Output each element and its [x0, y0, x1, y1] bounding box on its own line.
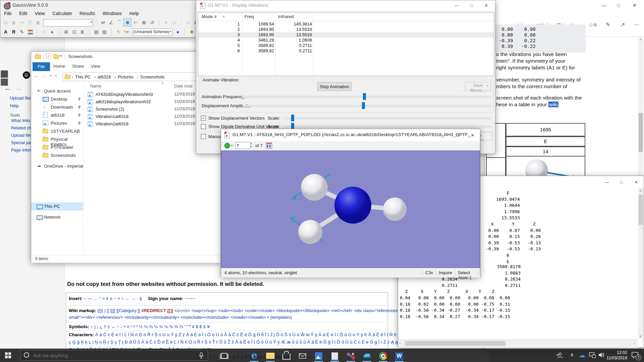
sign-signature-link[interactable]: ~~~~ [184, 296, 195, 301]
tab-share[interactable]: Share [72, 64, 84, 69]
molecule-titlebar[interactable]: G1:M7:V1 - AT6318_NH3_OPTF_POP.LOG (//ic… [221, 129, 480, 141]
select-atom-status[interactable]: Select Atom 1 [455, 270, 480, 280]
add-valence-icon[interactable]: ⊢ [132, 19, 140, 26]
sidebar-item-downloads[interactable]: ↓Downloads [43, 103, 83, 111]
share-icon[interactable]: ↗ [621, 21, 625, 28]
symbols-links[interactable]: ~ | ¡ ¿ † ‡ ↔ ↑ ↓ • # ¹ ² ³ ½ ⅓ ⅔ ¼ ¾ ⅛ … [91, 324, 210, 329]
displacement-amplitude-slider[interactable] [243, 105, 491, 107]
edge-taskbar-icon[interactable]: e [248, 350, 261, 361]
help-link[interactable]: Help [10, 103, 19, 108]
rgroup-fragment-icon[interactable]: ⊶ [18, 19, 25, 26]
stop-animation-button[interactable]: Stop Animation [317, 82, 352, 91]
layers-icon[interactable] [27, 29, 34, 35]
mode-row-2[interactable]: 21693.9513.5533 [198, 27, 494, 32]
frame-table-icon[interactable] [266, 142, 272, 148]
chrome-taskbar-icon[interactable] [376, 350, 390, 361]
mode-row-4[interactable]: 43461.291.0608 [198, 38, 494, 43]
quick-calculate-icon[interactable]: ϟ▾ [123, 28, 130, 36]
text-label-icon[interactable]: A [2, 28, 9, 36]
more-menu-icon[interactable]: ⋯ [634, 21, 639, 28]
gaussview-taskbar-icon[interactable] [344, 350, 358, 361]
atom-tool-icon[interactable]: ⊕ [123, 18, 131, 26]
store-taskbar-icon[interactable] [280, 350, 293, 361]
nav-forward-icon[interactable]: → [42, 73, 47, 79]
background-window-icon[interactable] [1, 70, 8, 78]
sidebar-item-ptfewater[interactable]: PTFEwater [43, 143, 83, 152]
sidebar-item-onedrive[interactable]: ☁OneDrive - Imperial C [37, 162, 88, 170]
breadcrumb-screenshots[interactable]: Screenshots [139, 74, 166, 79]
characters-links-2[interactable]: ç Ģ ģ Ķ ķ Ļ ļ Ņ ņ Ŗ ŗ Ş ş Ţ ţ Đ đ Ů ů Ă … [69, 340, 419, 345]
frame-number-input[interactable] [235, 142, 251, 149]
scheme-combobox[interactable]: (Unnamed Scheme) ▾ [132, 28, 172, 36]
sidebar-item-screenshots[interactable]: Screenshots [43, 152, 83, 160]
mail-taskbar-icon[interactable] [296, 350, 309, 361]
scroll-left-icon[interactable]: ‹ [399, 341, 400, 345]
logwin-close-button[interactable]: ✕ [629, 177, 644, 187]
tray-chevron-icon[interactable]: ∧ [570, 352, 574, 358]
resize-grip-icon[interactable]: ⋰ [639, 341, 643, 345]
vectors-scale-slider[interactable] [284, 117, 491, 119]
frame-spin-down-icon[interactable]: ▾ [251, 145, 252, 148]
nav-up-icon[interactable]: ↑ [55, 73, 57, 78]
markup-links-c[interactable]: small"></div> <references/> <includeonly… [69, 315, 292, 320]
sidebar-item-physical-kinetics[interactable]: Physical Kinetics [43, 135, 83, 143]
column-header-name[interactable]: Name [90, 84, 101, 88]
molecule-minimize-button[interactable]: — [436, 130, 450, 140]
browser-close-button[interactable]: ✕ [633, 3, 637, 8]
inquire-status[interactable]: Inquire [436, 270, 452, 275]
markup-links-a[interactable]: {{}} | [] [[]] [[Category:]] [97, 308, 141, 313]
scroll-right-icon[interactable]: › [634, 341, 635, 345]
file-explorer-taskbar-icon[interactable] [264, 350, 277, 361]
mode-row-6[interactable]: 63589.820.2711 [198, 48, 494, 54]
photos-taskbar-icon[interactable] [312, 350, 325, 361]
column-header-freq[interactable]: Freq [245, 14, 254, 19]
logwin-minimize-button[interactable]: — [599, 177, 614, 187]
back-arrow-icon[interactable]: ← [4, 84, 11, 93]
nav-recent-icon[interactable]: ▾ [50, 74, 52, 77]
add-view-icon[interactable]: ⊞ [62, 28, 70, 36]
upload-files-link[interactable]: Upload files [10, 96, 33, 101]
symmetry-icon[interactable]: ◇ [40, 28, 48, 36]
sidebar-item-pictures[interactable]: Pictures [43, 119, 83, 127]
sidebar-link-upload-file[interactable]: Upload file [11, 133, 31, 138]
quickaccess-properties-icon[interactable]: ✓ [46, 53, 51, 59]
menu-results[interactable]: Results [76, 11, 98, 16]
vscroll-thumb[interactable] [639, 195, 643, 225]
column-sort-chevron-icon[interactable]: ∧ [161, 81, 164, 85]
address-box[interactable]: ›This PC ›at6318 ›Pictures ›Screenshots [63, 72, 218, 81]
column-header-infrared[interactable]: Infrared [278, 14, 294, 19]
select-atoms-icon[interactable]: ∴ [184, 19, 192, 26]
hscroll-thumb[interactable] [405, 341, 505, 346]
spotify-icon[interactable] [23, 71, 30, 79]
sidebar-item-network[interactable]: Network [37, 213, 88, 221]
word-taskbar-icon[interactable]: W [392, 350, 406, 361]
column-header-mode[interactable]: Mode # [202, 14, 217, 19]
animation-frequency-thumb[interactable] [363, 93, 366, 100]
vectors-scale-thumb[interactable] [291, 115, 294, 121]
molecule-maximize-button[interactable]: □ [450, 130, 465, 140]
markup-links-b[interactable]: <s></s> <sup></sup> <sub></sub> <code></… [173, 308, 399, 313]
bond-tool-icon[interactable]: ⇌ [99, 19, 107, 26]
tab-view[interactable]: View [91, 64, 100, 69]
frame-dropdown-icon[interactable]: ▾ [231, 144, 233, 147]
ring-fragment-icon[interactable]: ◉ [10, 19, 17, 26]
breadcrumb-at6318[interactable]: at6318 [96, 74, 112, 79]
dihedral-tool-icon[interactable]: ⌒ [115, 19, 123, 26]
explorer-titlebar[interactable]: | ✓ ▾ | Screenshots [31, 52, 221, 62]
molecule-viewport[interactable] [221, 150, 480, 268]
menu-view[interactable]: View [32, 11, 48, 16]
molecule-close-button[interactable]: ✕ [465, 130, 480, 140]
sidebar-item-this-pc[interactable]: This PC [31, 202, 83, 210]
chain-icon[interactable]: ☰ [26, 19, 34, 26]
select-cursor-icon[interactable]: ✳ [162, 19, 170, 26]
dialog-titlebar[interactable]: G1:M7:V1 - Display Vibrations — □ ✕ [196, 0, 495, 11]
taskbar-clock[interactable]: 12:02 11/03/2019 [606, 350, 627, 361]
center-view-icon[interactable]: ⊡ [70, 28, 78, 36]
calculate-setup-icon[interactable]: ϟ [115, 28, 122, 36]
sidebar-item-desktop[interactable]: Desktop [43, 95, 83, 103]
breadcrumb-this-pc[interactable]: This PC [74, 74, 92, 79]
redirect-markup[interactable]: #REDIRECT [[]] [141, 308, 173, 313]
mode-row-5[interactable]: 53589.820.2711 [198, 43, 494, 48]
sidebar-item-at6318[interactable]: at6318 [43, 111, 83, 119]
list-view-icon[interactable]: ≣ [78, 28, 86, 36]
